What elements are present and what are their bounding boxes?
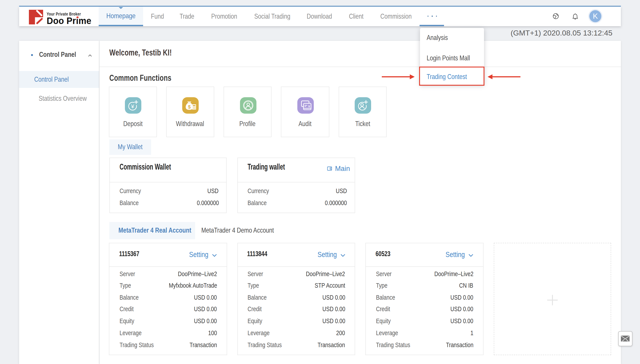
svg-text:¥: ¥: [308, 104, 310, 108]
svg-text:$: $: [188, 104, 191, 110]
svg-text:¥: ¥: [131, 103, 134, 109]
